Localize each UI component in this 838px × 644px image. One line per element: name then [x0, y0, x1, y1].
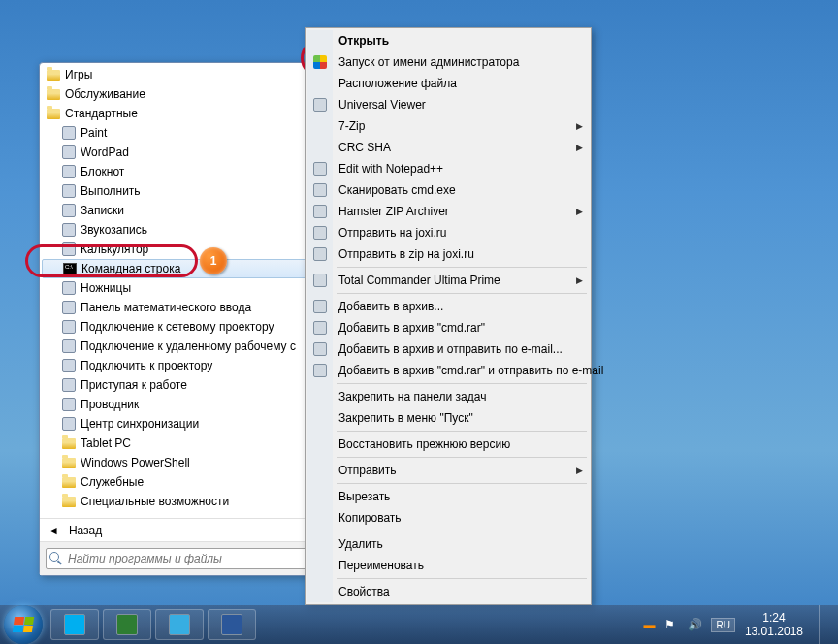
- app-icon: [61, 358, 77, 373]
- start-item-label: Подключение к удаленному рабочему с: [81, 339, 296, 353]
- start-item-16[interactable]: Приступая к работе: [42, 375, 317, 395]
- context-menu-item-12[interactable]: Total Commander Ultima Prime▶: [307, 270, 589, 291]
- start-item-label: Обслуживание: [65, 87, 145, 101]
- tray-language[interactable]: RU: [711, 618, 734, 632]
- search-input[interactable]: [46, 548, 313, 569]
- context-menu-item-15[interactable]: Добавить в архив "cmd.rar": [307, 317, 589, 338]
- context-menu-item-19[interactable]: Закрепить на панели задач: [307, 386, 589, 407]
- tray-clock[interactable]: 1:24 13.01.2018: [745, 611, 803, 639]
- start-menu-program-list: ИгрыОбслуживаниеСтандартныеPaintWordPadБ…: [40, 63, 319, 518]
- context-menu-item-label: Edit with Notepad++: [338, 162, 443, 176]
- start-item-20[interactable]: Windows PowerShell: [42, 453, 317, 472]
- start-item-0[interactable]: Игры: [42, 65, 317, 84]
- start-item-13[interactable]: Подключение к сетевому проектору: [42, 317, 317, 337]
- context-menu-item-9[interactable]: Отправить на joxi.ru: [307, 222, 589, 243]
- show-desktop-button[interactable]: [819, 605, 828, 644]
- context-menu-item-label: Копировать: [338, 511, 402, 525]
- context-menu-item-label: Запуск от имени администратора: [338, 55, 519, 69]
- start-item-label: Игры: [65, 68, 92, 81]
- start-item-1[interactable]: Обслуживание: [42, 84, 317, 104]
- start-item-label: Стандартные: [65, 107, 138, 120]
- start-item-19[interactable]: Tablet PC: [42, 434, 317, 453]
- start-menu-panel: ИгрыОбслуживаниеСтандартныеPaintWordPadБ…: [39, 62, 320, 576]
- start-item-4[interactable]: WordPad: [42, 143, 317, 162]
- tray-flag-icon[interactable]: ⚑: [664, 618, 678, 631]
- context-menu-item-1[interactable]: Запуск от имени администратора: [307, 51, 589, 73]
- app-icon: [61, 397, 77, 412]
- start-item-label: Калькулятор: [81, 242, 148, 256]
- app-icon: [312, 246, 328, 262]
- start-menu-back[interactable]: ◄ Назад: [40, 518, 319, 541]
- taskbar-app-word[interactable]: [208, 609, 256, 640]
- start-item-11[interactable]: Ножницы: [42, 278, 317, 298]
- start-item-6[interactable]: Выполнить: [42, 181, 317, 201]
- context-menu-item-20[interactable]: Закрепить в меню "Пуск": [307, 407, 589, 429]
- start-item-3[interactable]: Paint: [42, 123, 317, 143]
- app-icon: [61, 242, 77, 257]
- taskbar-app-telegram[interactable]: [155, 609, 204, 640]
- start-item-7[interactable]: Записки: [42, 201, 317, 220]
- start-item-label: Записки: [81, 204, 124, 217]
- context-menu-item-10[interactable]: Отправить в zip на joxi.ru: [307, 243, 589, 265]
- submenu-arrow-icon: ▶: [576, 121, 583, 131]
- tray-notification-icon[interactable]: ▬: [643, 618, 655, 631]
- start-item-12[interactable]: Панель математического ввода: [42, 298, 317, 317]
- context-menu-item-5[interactable]: CRC SHA▶: [307, 137, 589, 158]
- context-menu-item-4[interactable]: 7-Zip▶: [307, 115, 589, 137]
- context-menu-item-14[interactable]: Добавить в архив...: [307, 296, 589, 317]
- app-icon: [312, 273, 328, 288]
- context-menu-item-label: Добавить в архив "cmd.rar" и отправить п…: [338, 364, 603, 377]
- start-menu-search-row: [40, 541, 319, 575]
- submenu-arrow-icon: ▶: [576, 466, 583, 475]
- search-icon: [49, 552, 63, 565]
- start-item-10[interactable]: Командная строка: [42, 259, 317, 278]
- context-menu-item-6[interactable]: Edit with Notepad++: [307, 158, 589, 179]
- tray-volume-icon[interactable]: 🔊: [688, 618, 701, 631]
- context-menu-item-24[interactable]: Отправить▶: [307, 460, 589, 481]
- shield-icon: [312, 54, 328, 70]
- app-icon: [61, 125, 77, 141]
- start-item-2[interactable]: Стандартные: [42, 104, 317, 123]
- context-menu-item-7[interactable]: Сканировать cmd.exe: [307, 179, 589, 201]
- taskbar-app-skype[interactable]: [50, 609, 99, 640]
- context-menu-item-label: Сканировать cmd.exe: [338, 183, 456, 197]
- context-menu-item-2[interactable]: Расположение файла: [307, 73, 589, 94]
- start-item-label: Ножницы: [81, 281, 131, 295]
- context-menu-item-32[interactable]: Свойства: [307, 581, 589, 602]
- app-icon: [312, 204, 328, 219]
- context-menu-item-label: Universal Viewer: [338, 98, 426, 112]
- context-menu-item-label: 7-Zip: [338, 119, 365, 133]
- context-menu-item-30[interactable]: Переименовать: [307, 555, 589, 576]
- context-menu: ОткрытьЗапуск от имени администратораРас…: [305, 27, 592, 605]
- context-menu-item-0[interactable]: Открыть: [307, 30, 589, 51]
- context-menu-item-label: Total Commander Ultima Prime: [338, 274, 500, 287]
- context-menu-item-26[interactable]: Вырезать: [307, 486, 589, 507]
- app-icon: [312, 341, 328, 357]
- start-item-label: Звукозапись: [81, 223, 147, 237]
- context-menu-item-22[interactable]: Восстановить прежнюю версию: [307, 434, 589, 455]
- start-item-label: Приступая к работе: [81, 378, 187, 392]
- start-item-21[interactable]: Служебные: [42, 472, 317, 492]
- context-menu-item-16[interactable]: Добавить в архив и отправить по e-mail..…: [307, 338, 589, 360]
- context-menu-item-27[interactable]: Копировать: [307, 507, 589, 529]
- start-item-5[interactable]: Блокнот: [42, 162, 317, 181]
- context-menu-item-label: Отправить на joxi.ru: [338, 226, 446, 240]
- start-item-label: Tablet PC: [81, 436, 131, 450]
- start-item-22[interactable]: Специальные возможности: [42, 492, 317, 511]
- start-item-15[interactable]: Подключить к проектору: [42, 356, 317, 375]
- context-menu-item-8[interactable]: Hamster ZIP Archiver▶: [307, 201, 589, 222]
- taskbar: ▬ ⚑ 🔊 RU 1:24 13.01.2018: [0, 605, 838, 644]
- start-item-label: Центр синхронизации: [81, 417, 199, 431]
- context-menu-item-3[interactable]: Universal Viewer: [307, 94, 589, 115]
- start-button[interactable]: [4, 605, 43, 644]
- start-item-14[interactable]: Подключение к удаленному рабочему с: [42, 337, 317, 356]
- start-item-8[interactable]: Звукозапись: [42, 220, 317, 240]
- taskbar-app-2[interactable]: [103, 609, 151, 640]
- start-item-18[interactable]: Центр синхронизации: [42, 414, 317, 434]
- context-menu-item-29[interactable]: Удалить: [307, 533, 589, 555]
- start-item-9[interactable]: Калькулятор: [42, 240, 317, 259]
- context-menu-item-label: Добавить в архив...: [338, 300, 443, 313]
- context-menu-item-17[interactable]: Добавить в архив "cmd.rar" и отправить п…: [307, 360, 589, 381]
- context-menu-item-label: Закрепить на панели задач: [338, 390, 486, 403]
- start-item-17[interactable]: Проводник: [42, 395, 317, 414]
